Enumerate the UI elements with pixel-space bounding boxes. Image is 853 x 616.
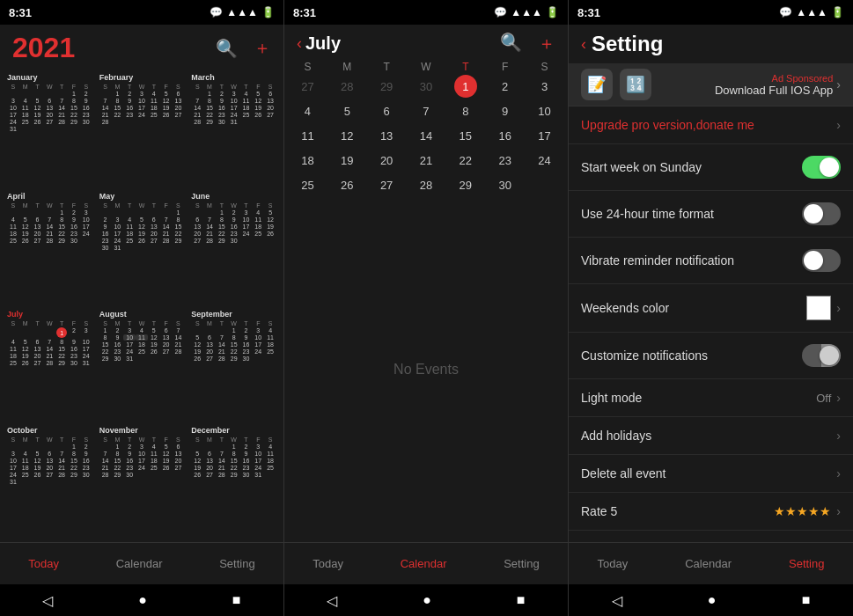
month-cell-28[interactable]: 28 xyxy=(407,173,446,196)
month-cell-30[interactable]: 30 xyxy=(485,173,525,196)
month-cell-27[interactable]: 27 xyxy=(367,173,407,196)
month-cell-22[interactable]: 22 xyxy=(445,149,485,172)
month-cell-8[interactable]: 8 xyxy=(445,99,485,122)
mini-month-august[interactable]: AugustSMTWTFS123456789101112131415161718… xyxy=(98,308,187,421)
settings-item-light-mode[interactable]: Light modeOff› xyxy=(569,379,853,417)
calendar-tab-3[interactable]: Calendar xyxy=(676,552,740,576)
month-cell-4[interactable]: 4 xyxy=(288,99,327,122)
mini-month-title: December xyxy=(191,426,276,435)
month-cell-23[interactable]: 23 xyxy=(485,149,525,172)
settings-item-upgrade[interactable]: Upgrade pro version,donate me› xyxy=(569,106,853,144)
month-cell-6[interactable]: 6 xyxy=(367,99,407,122)
month-cell-29[interactable]: 29 xyxy=(445,173,485,196)
settings-item-customize-notifications[interactable]: Customize notifications xyxy=(569,333,853,379)
mini-month-february[interactable]: FebruarySMTWTFS1234567891011121314151617… xyxy=(98,71,187,187)
month-cell-10[interactable]: 10 xyxy=(525,99,564,122)
back-sys-icon-3[interactable]: ◁ xyxy=(612,592,622,609)
signal-icon-3: ▲▲▲ xyxy=(796,6,827,18)
settings-item-more-ios[interactable]: More ios app from me› xyxy=(569,531,853,542)
toggle-vibrate[interactable] xyxy=(802,249,841,272)
home-sys-icon-3[interactable]: ● xyxy=(708,592,717,608)
toggle-start-week-sunday[interactable] xyxy=(802,156,841,179)
settings-right-weekends-color: › xyxy=(806,296,841,320)
settings-item-24hour[interactable]: Use 24-hour time format xyxy=(569,191,853,238)
settings-back-button[interactable]: ‹ xyxy=(581,35,586,54)
month-cell-12[interactable]: 12 xyxy=(327,124,367,147)
dow-T: T xyxy=(367,61,407,73)
month-cell-29[interactable]: 29 xyxy=(367,75,407,98)
month-cell-2[interactable]: 2 xyxy=(485,75,525,98)
home-sys-icon-2[interactable]: ● xyxy=(423,592,431,608)
settings-right-vibrate xyxy=(802,249,841,272)
settings-list: Upgrade pro version,donate me›Start week… xyxy=(569,106,853,542)
home-sys-icon-1[interactable]: ● xyxy=(138,592,147,608)
calendar-tab-1[interactable]: Calendar xyxy=(107,552,172,576)
recents-sys-icon-2[interactable]: ■ xyxy=(517,592,526,608)
status-bar-2: 8:31 💬 ▲▲▲ 🔋 xyxy=(284,0,568,25)
partial-toggle-customize-notifications[interactable] xyxy=(802,344,841,367)
setting-tab-2[interactable]: Setting xyxy=(495,552,548,576)
mini-month-november[interactable]: NovemberSMTWTFS1234567891011121314151617… xyxy=(98,424,187,539)
month-header-icons: 🔍 ＋ xyxy=(500,32,555,55)
settings-item-add-holidays[interactable]: Add holidays› xyxy=(569,417,853,455)
month-cell-16[interactable]: 16 xyxy=(485,124,525,147)
today-tab-1[interactable]: Today xyxy=(19,552,68,576)
month-cell-3[interactable]: 3 xyxy=(525,75,564,98)
recents-sys-icon-1[interactable]: ■ xyxy=(232,592,241,608)
month-cell-21[interactable]: 21 xyxy=(407,149,446,172)
mini-month-march[interactable]: MarchSMTWTFS1234567891011121314151617181… xyxy=(189,71,278,187)
month-cell-28[interactable]: 28 xyxy=(327,75,367,98)
month-cell-13[interactable]: 13 xyxy=(367,124,407,147)
back-arrow-icon[interactable]: ‹ xyxy=(297,34,302,53)
battery-icon: 🔋 xyxy=(261,6,275,18)
add-icon-2[interactable]: ＋ xyxy=(538,32,555,55)
back-sys-icon-2[interactable]: ◁ xyxy=(327,592,337,609)
toggle-24hour[interactable] xyxy=(802,202,841,225)
back-sys-icon-1[interactable]: ◁ xyxy=(42,592,53,609)
month-cell-26[interactable]: 26 xyxy=(327,173,367,196)
month-cell-19[interactable]: 19 xyxy=(327,149,367,172)
mini-month-may[interactable]: MaySMTWTFS123456789101112131415161718192… xyxy=(98,190,187,305)
search-icon[interactable]: 🔍 xyxy=(216,38,238,59)
settings-item-vibrate[interactable]: Vibrate reminder notification xyxy=(569,238,853,284)
mini-month-september[interactable]: SeptemberSMTWTFS123456789101112131415161… xyxy=(189,308,278,421)
month-cell-14[interactable]: 14 xyxy=(407,124,446,147)
mini-month-title: September xyxy=(191,310,276,319)
mini-month-january[interactable]: JanuarySMTWTFS12345678910111213141516171… xyxy=(5,71,94,187)
month-nav: ‹ July xyxy=(297,33,341,54)
recents-sys-icon-3[interactable]: ■ xyxy=(802,592,811,608)
month-cell-5[interactable]: 5 xyxy=(327,99,367,122)
month-cell-1[interactable]: 1 xyxy=(445,75,485,98)
mini-month-october[interactable]: OctoberSMTWTFS12345678910111213141516171… xyxy=(5,424,94,539)
month-cell-17[interactable]: 17 xyxy=(525,124,564,147)
month-cell-11[interactable]: 11 xyxy=(288,124,327,147)
month-cell-25[interactable]: 25 xyxy=(288,173,327,196)
settings-item-weekends-color[interactable]: Weekends color› xyxy=(569,284,853,333)
today-tab-2[interactable]: Today xyxy=(304,552,352,576)
today-tab-3[interactable]: Today xyxy=(589,552,637,576)
month-cell-9[interactable]: 9 xyxy=(485,99,525,122)
settings-right-delete-all-event: › xyxy=(836,466,841,480)
ad-banner[interactable]: 📝 🔢 Ad Sponsored Download Full IOS App › xyxy=(569,63,853,106)
search-icon-2[interactable]: 🔍 xyxy=(500,32,522,55)
mini-month-july[interactable]: JulySMTWTFS12345678910111213141516171819… xyxy=(5,308,94,421)
settings-item-start-week-sunday[interactable]: Start week on Sunday xyxy=(569,144,853,191)
settings-item-rate[interactable]: Rate 5★★★★★› xyxy=(569,493,853,531)
mini-month-june[interactable]: JuneSMTWTFS12345678910111213141516171819… xyxy=(189,190,278,305)
month-cell-18[interactable]: 18 xyxy=(288,149,327,172)
month-cell-27[interactable]: 27 xyxy=(288,75,327,98)
mini-month-december[interactable]: DecemberSMTWTFS1234567891011121314151617… xyxy=(189,424,278,539)
setting-tab-3[interactable]: Setting xyxy=(780,552,833,576)
calendar-tab-2[interactable]: Calendar xyxy=(392,552,456,576)
ad-sponsored-label: Ad Sponsored xyxy=(772,73,834,84)
setting-tab-1[interactable]: Setting xyxy=(210,552,263,576)
mini-month-april[interactable]: AprilSMTWTFS1234567891011121314151617181… xyxy=(5,190,94,305)
add-icon[interactable]: ＋ xyxy=(254,36,271,60)
color-swatch-weekends-color[interactable] xyxy=(806,296,831,320)
month-cell-20[interactable]: 20 xyxy=(367,149,407,172)
settings-item-delete-all-event[interactable]: Delete all event› xyxy=(569,455,853,493)
month-cell-7[interactable]: 7 xyxy=(407,99,446,122)
month-cell-15[interactable]: 15 xyxy=(445,124,485,147)
month-cell-30[interactable]: 30 xyxy=(407,75,446,98)
month-cell-24[interactable]: 24 xyxy=(525,149,564,172)
